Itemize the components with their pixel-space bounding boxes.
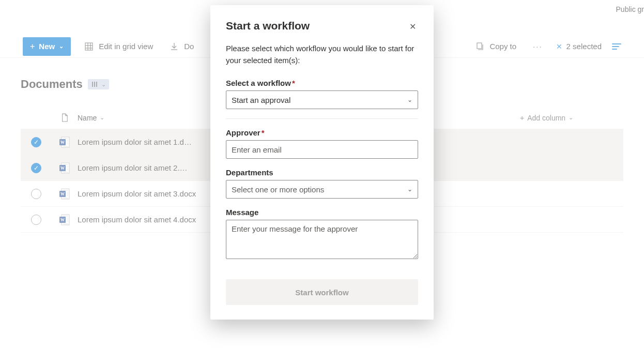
message-label: Message xyxy=(226,208,418,217)
start-workflow-dialog: Start a workflow ✕ Please select which w… xyxy=(210,5,434,320)
close-icon: ✕ xyxy=(409,22,416,31)
departments-select[interactable]: Select one or more options ⌄ xyxy=(226,180,418,199)
workflow-label-text: Select a workflow xyxy=(226,79,291,87)
close-button[interactable]: ✕ xyxy=(407,20,418,34)
message-textarea[interactable] xyxy=(226,220,418,259)
dialog-title: Start a workflow xyxy=(226,20,310,32)
workflow-label: Select a workflow* xyxy=(226,79,418,87)
workflow-select-value: Start an approval xyxy=(232,96,290,104)
departments-placeholder: Select one or more options xyxy=(232,185,324,194)
chevron-down-icon: ⌄ xyxy=(407,186,412,193)
approver-label: Approver* xyxy=(226,128,418,137)
approver-label-text: Approver xyxy=(226,128,260,137)
dialog-description: Please select which workflow you would l… xyxy=(226,43,418,66)
required-indicator: * xyxy=(262,128,265,137)
chevron-down-icon: ⌄ xyxy=(407,96,412,103)
start-workflow-button[interactable]: Start workflow xyxy=(226,279,418,305)
approver-input[interactable] xyxy=(226,140,418,159)
divider xyxy=(226,118,418,119)
workflow-select[interactable]: Start an approval ⌄ xyxy=(226,90,418,109)
departments-label: Departments xyxy=(226,168,418,177)
required-indicator: * xyxy=(292,79,295,87)
